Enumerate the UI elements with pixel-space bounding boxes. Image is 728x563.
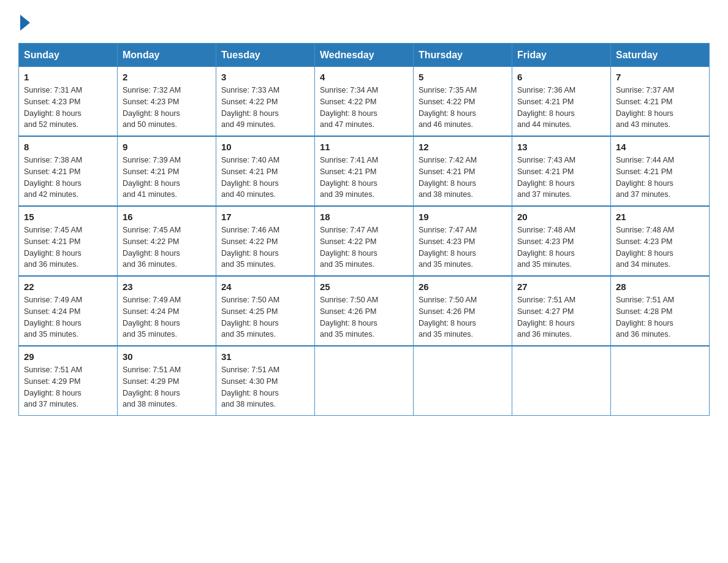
calendar-cell: 26 Sunrise: 7:50 AMSunset: 4:26 PMDaylig… [414,276,512,346]
day-number: 1 [24,72,112,82]
calendar-cell: 8 Sunrise: 7:38 AMSunset: 4:21 PMDayligh… [19,136,118,206]
day-number: 30 [123,351,211,362]
calendar-cell: 28 Sunrise: 7:51 AMSunset: 4:28 PMDaylig… [611,276,710,346]
day-number: 29 [24,351,112,362]
day-number: 23 [123,282,211,292]
calendar-cell: 3 Sunrise: 7:33 AMSunset: 4:22 PMDayligh… [216,67,315,136]
day-number: 10 [221,142,309,152]
day-number: 20 [517,212,605,222]
day-number: 27 [517,282,605,292]
week-row-1: 1 Sunrise: 7:31 AMSunset: 4:23 PMDayligh… [19,67,710,136]
day-info: Sunrise: 7:45 AMSunset: 4:21 PMDaylight:… [24,226,82,269]
calendar-cell: 6 Sunrise: 7:36 AMSunset: 4:21 PMDayligh… [512,67,611,136]
calendar-cell: 12 Sunrise: 7:42 AMSunset: 4:21 PMDaylig… [414,136,512,206]
calendar-cell: 7 Sunrise: 7:37 AMSunset: 4:21 PMDayligh… [611,67,710,136]
logo [18,12,30,31]
weekday-header-wednesday: Wednesday [315,44,414,67]
day-number: 2 [123,72,211,82]
day-info: Sunrise: 7:36 AMSunset: 4:21 PMDaylight:… [517,86,575,129]
day-info: Sunrise: 7:37 AMSunset: 4:21 PMDaylight:… [616,86,674,129]
day-info: Sunrise: 7:49 AMSunset: 4:24 PMDaylight:… [24,296,82,339]
day-number: 8 [24,142,112,152]
day-number: 26 [419,282,507,292]
day-number: 25 [320,282,408,292]
calendar-cell: 13 Sunrise: 7:43 AMSunset: 4:21 PMDaylig… [512,136,611,206]
day-info: Sunrise: 7:48 AMSunset: 4:23 PMDaylight:… [616,226,674,269]
calendar-cell: 21 Sunrise: 7:48 AMSunset: 4:23 PMDaylig… [611,206,710,276]
calendar-cell: 30 Sunrise: 7:51 AMSunset: 4:29 PMDaylig… [118,346,216,416]
weekday-header-tuesday: Tuesday [216,44,315,67]
day-info: Sunrise: 7:32 AMSunset: 4:23 PMDaylight:… [123,86,181,129]
day-info: Sunrise: 7:45 AMSunset: 4:22 PMDaylight:… [123,226,181,269]
day-info: Sunrise: 7:51 AMSunset: 4:28 PMDaylight:… [616,296,674,339]
week-row-2: 8 Sunrise: 7:38 AMSunset: 4:21 PMDayligh… [19,136,710,206]
day-number: 17 [221,212,309,222]
day-number: 9 [123,142,211,152]
day-info: Sunrise: 7:44 AMSunset: 4:21 PMDaylight:… [616,156,674,199]
day-info: Sunrise: 7:38 AMSunset: 4:21 PMDaylight:… [24,156,82,199]
calendar-cell: 5 Sunrise: 7:35 AMSunset: 4:22 PMDayligh… [414,67,512,136]
logo-line1 [18,12,30,31]
day-info: Sunrise: 7:51 AMSunset: 4:29 PMDaylight:… [123,366,181,408]
weekday-header-monday: Monday [118,44,216,67]
weekday-header-sunday: Sunday [19,44,118,67]
weekday-header-row: SundayMondayTuesdayWednesdayThursdayFrid… [19,44,710,67]
calendar-cell [611,346,710,416]
calendar-cell [414,346,512,416]
day-info: Sunrise: 7:48 AMSunset: 4:23 PMDaylight:… [517,226,575,269]
day-info: Sunrise: 7:33 AMSunset: 4:22 PMDaylight:… [221,86,279,129]
day-info: Sunrise: 7:39 AMSunset: 4:21 PMDaylight:… [123,156,181,199]
day-info: Sunrise: 7:51 AMSunset: 4:30 PMDaylight:… [221,366,279,408]
day-info: Sunrise: 7:41 AMSunset: 4:21 PMDaylight:… [320,156,378,199]
day-number: 22 [24,282,112,292]
day-info: Sunrise: 7:50 AMSunset: 4:26 PMDaylight:… [419,296,477,339]
calendar-cell: 29 Sunrise: 7:51 AMSunset: 4:29 PMDaylig… [19,346,118,416]
day-number: 6 [517,72,605,82]
calendar-cell: 11 Sunrise: 7:41 AMSunset: 4:21 PMDaylig… [315,136,414,206]
day-info: Sunrise: 7:43 AMSunset: 4:21 PMDaylight:… [517,156,575,199]
day-number: 28 [616,282,704,292]
calendar-cell: 20 Sunrise: 7:48 AMSunset: 4:23 PMDaylig… [512,206,611,276]
day-number: 11 [320,142,408,152]
day-number: 19 [419,212,507,222]
day-info: Sunrise: 7:47 AMSunset: 4:23 PMDaylight:… [419,226,477,269]
day-number: 13 [517,142,605,152]
page-header [18,12,710,31]
logo-arrow-icon [20,15,30,31]
day-info: Sunrise: 7:46 AMSunset: 4:22 PMDaylight:… [221,226,279,269]
day-number: 16 [123,212,211,222]
day-info: Sunrise: 7:40 AMSunset: 4:21 PMDaylight:… [221,156,279,199]
day-number: 14 [616,142,704,152]
day-info: Sunrise: 7:34 AMSunset: 4:22 PMDaylight:… [320,86,378,129]
day-info: Sunrise: 7:51 AMSunset: 4:29 PMDaylight:… [24,366,82,408]
day-number: 21 [616,212,704,222]
week-row-5: 29 Sunrise: 7:51 AMSunset: 4:29 PMDaylig… [19,346,710,416]
day-info: Sunrise: 7:49 AMSunset: 4:24 PMDaylight:… [123,296,181,339]
day-number: 7 [616,72,704,82]
day-info: Sunrise: 7:42 AMSunset: 4:21 PMDaylight:… [419,156,477,199]
calendar-cell: 9 Sunrise: 7:39 AMSunset: 4:21 PMDayligh… [118,136,216,206]
calendar-cell: 19 Sunrise: 7:47 AMSunset: 4:23 PMDaylig… [414,206,512,276]
day-number: 18 [320,212,408,222]
weekday-header-thursday: Thursday [414,44,512,67]
calendar-cell: 22 Sunrise: 7:49 AMSunset: 4:24 PMDaylig… [19,276,118,346]
day-info: Sunrise: 7:35 AMSunset: 4:22 PMDaylight:… [419,86,477,129]
calendar-cell: 4 Sunrise: 7:34 AMSunset: 4:22 PMDayligh… [315,67,414,136]
week-row-3: 15 Sunrise: 7:45 AMSunset: 4:21 PMDaylig… [19,206,710,276]
calendar-cell: 2 Sunrise: 7:32 AMSunset: 4:23 PMDayligh… [118,67,216,136]
day-info: Sunrise: 7:31 AMSunset: 4:23 PMDaylight:… [24,86,82,129]
calendar-cell: 31 Sunrise: 7:51 AMSunset: 4:30 PMDaylig… [216,346,315,416]
calendar-cell: 17 Sunrise: 7:46 AMSunset: 4:22 PMDaylig… [216,206,315,276]
calendar-cell: 23 Sunrise: 7:49 AMSunset: 4:24 PMDaylig… [118,276,216,346]
calendar-table: SundayMondayTuesdayWednesdayThursdayFrid… [18,43,710,416]
weekday-header-friday: Friday [512,44,611,67]
calendar-cell: 24 Sunrise: 7:50 AMSunset: 4:25 PMDaylig… [216,276,315,346]
day-number: 5 [419,72,507,82]
calendar-cell: 16 Sunrise: 7:45 AMSunset: 4:22 PMDaylig… [118,206,216,276]
calendar-cell [315,346,414,416]
day-number: 12 [419,142,507,152]
calendar-cell: 14 Sunrise: 7:44 AMSunset: 4:21 PMDaylig… [611,136,710,206]
day-number: 3 [221,72,309,82]
calendar-cell: 15 Sunrise: 7:45 AMSunset: 4:21 PMDaylig… [19,206,118,276]
calendar-cell: 1 Sunrise: 7:31 AMSunset: 4:23 PMDayligh… [19,67,118,136]
